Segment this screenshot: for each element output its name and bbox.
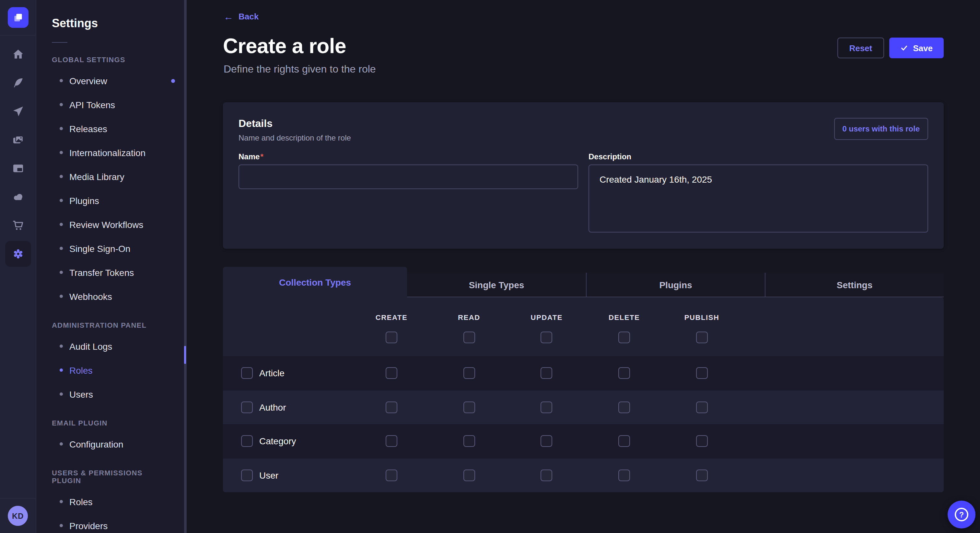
question-mark-icon: ? [955, 508, 968, 521]
author-read-checkbox[interactable] [463, 401, 475, 413]
select-all-publish-checkbox[interactable] [696, 332, 708, 343]
tab-settings[interactable]: Settings [765, 273, 944, 297]
settings-subnav: Settings GLOBAL SETTINGSOverviewAPI Toke… [36, 0, 187, 533]
bullet-icon [60, 392, 63, 396]
author-update-checkbox[interactable] [541, 401, 552, 413]
description-textarea[interactable]: Created January 16th, 2025 [589, 165, 928, 233]
article-create-checkbox[interactable] [386, 368, 397, 379]
sidebar-item-label: Single Sign-On [69, 243, 130, 254]
name-input[interactable] [239, 165, 578, 189]
back-link[interactable]: ← Back [224, 12, 259, 21]
sidebar-item-media-library[interactable]: Media Library [36, 165, 186, 189]
row-select-checkbox[interactable] [241, 436, 253, 447]
select-all-update-checkbox[interactable] [541, 332, 552, 343]
rail-button-cloud-icon[interactable] [11, 190, 24, 203]
tab-single-types[interactable]: Single Types [407, 273, 586, 297]
user-publish-checkbox[interactable] [696, 470, 708, 481]
sidebar-item-configuration[interactable]: Configuration [36, 432, 186, 456]
category-update-checkbox[interactable] [541, 436, 552, 447]
article-delete-checkbox[interactable] [618, 368, 630, 379]
rail-button-cart-icon[interactable] [11, 219, 24, 232]
rail-button-paper-plane-icon[interactable] [11, 105, 24, 118]
sidebar-item-overview[interactable]: Overview [36, 69, 186, 93]
bullet-icon [60, 103, 63, 106]
select-all-create-checkbox[interactable] [386, 332, 397, 343]
pictures-icon [11, 133, 24, 146]
sidebar-item-label: Internationalization [69, 148, 145, 158]
select-all-read-checkbox[interactable] [463, 332, 475, 343]
article-read-checkbox[interactable] [463, 368, 475, 379]
sidebar-item-label: Audit Logs [69, 341, 112, 351]
bullet-icon [60, 524, 63, 527]
sidebar-item-plugins[interactable]: Plugins [36, 189, 186, 213]
gear-icon [11, 247, 24, 260]
article-update-checkbox[interactable] [541, 368, 552, 379]
reset-button[interactable]: Reset [837, 38, 884, 58]
select-all-delete-checkbox[interactable] [618, 332, 630, 343]
sidebar-item-audit-logs[interactable]: Audit Logs [36, 334, 186, 358]
column-header-update: UPDATE [531, 314, 563, 321]
sidebar-item-api-tokens[interactable]: API Tokens [36, 93, 186, 117]
rail-button-gear-icon[interactable] [5, 241, 31, 267]
subnav-divider [52, 42, 67, 43]
tab-collection-types[interactable]: Collection Types [223, 267, 407, 297]
category-delete-checkbox[interactable] [618, 436, 630, 447]
save-button[interactable]: Save [889, 38, 944, 58]
section-label: USERS & PERMISSIONS PLUGIN [52, 469, 170, 484]
permissions-tablist: Collection TypesSingle TypesPluginsSetti… [223, 267, 944, 297]
sidebar-item-transfer-tokens[interactable]: Transfer Tokens [36, 260, 186, 284]
user-update-checkbox[interactable] [541, 470, 552, 481]
user-read-checkbox[interactable] [463, 470, 475, 481]
sidebar-item-internationalization[interactable]: Internationalization [36, 141, 186, 165]
header-actions: Reset Save [837, 38, 944, 58]
column-header-read: READ [458, 314, 480, 321]
sidebar-item-providers[interactable]: Providers [36, 514, 186, 533]
sidebar-item-webhooks[interactable]: Webhooks [36, 284, 186, 308]
row-select-checkbox[interactable] [241, 368, 253, 379]
subnav-title: Settings [52, 17, 170, 30]
sidebar-item-roles[interactable]: Roles [36, 358, 186, 382]
sidebar-item-label: Overview [69, 75, 107, 86]
sidebar-item-label: Configuration [69, 439, 124, 449]
rail-button-home-icon[interactable] [11, 48, 24, 61]
rail-icon-list [0, 36, 36, 267]
category-publish-checkbox[interactable] [696, 436, 708, 447]
workspace-logo-container[interactable] [0, 0, 36, 36]
user-create-checkbox[interactable] [386, 470, 397, 481]
subnav-scrollbar-thumb[interactable] [184, 346, 186, 364]
rail-button-feather-icon[interactable] [11, 76, 24, 89]
sidebar-item-label: Roles [69, 497, 93, 507]
subnav-scrollbar-track[interactable] [184, 0, 186, 533]
sidebar-item-releases[interactable]: Releases [36, 117, 186, 141]
rail-button-pictures-icon[interactable] [11, 133, 24, 146]
name-label: Name* [239, 152, 578, 161]
sidebar-item-label: Users [69, 389, 93, 399]
author-create-checkbox[interactable] [386, 401, 397, 413]
author-publish-checkbox[interactable] [696, 401, 708, 413]
column-header-delete: DELETE [609, 314, 640, 321]
row-select-checkbox[interactable] [241, 401, 253, 413]
tab-plugins[interactable]: Plugins [586, 273, 765, 297]
feather-icon [11, 76, 24, 89]
row-select-checkbox[interactable] [241, 470, 253, 481]
user-delete-checkbox[interactable] [618, 470, 630, 481]
details-card: Details Name and description of the role… [223, 102, 944, 249]
rail-button-layout-icon[interactable] [11, 162, 24, 175]
content-type-label: Article [259, 368, 285, 379]
bullet-icon [60, 223, 63, 226]
sidebar-item-label: Transfer Tokens [69, 267, 134, 278]
category-create-checkbox[interactable] [386, 436, 397, 447]
help-button[interactable]: ? [948, 501, 975, 528]
strapi-logo-icon [8, 7, 28, 28]
article-publish-checkbox[interactable] [696, 368, 708, 379]
users-with-role-button[interactable]: 0 users with this role [834, 118, 928, 140]
sidebar-item-review-workflows[interactable]: Review Workflows [36, 213, 186, 236]
avatar[interactable]: KD [8, 506, 28, 526]
category-read-checkbox[interactable] [463, 436, 475, 447]
author-delete-checkbox[interactable] [618, 401, 630, 413]
column-header-create: CREATE [375, 314, 407, 321]
sidebar-item-roles[interactable]: Roles [36, 490, 186, 514]
page-title: Create a role [223, 34, 346, 58]
sidebar-item-single-sign-on[interactable]: Single Sign-On [36, 236, 186, 260]
sidebar-item-users[interactable]: Users [36, 382, 186, 406]
